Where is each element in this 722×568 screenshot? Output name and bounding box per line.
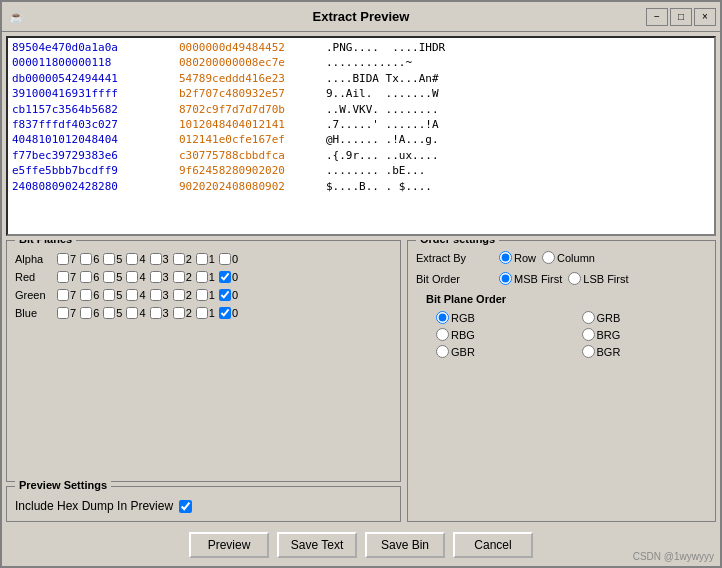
row-label: Row: [514, 252, 536, 264]
minimize-button[interactable]: −: [646, 8, 668, 26]
column-radio-item: Column: [542, 251, 595, 264]
bit-checkbox-red-4[interactable]: [126, 271, 138, 283]
bit-planes-group: Bit Planes Alpha76543210Red76543210Green…: [6, 240, 401, 482]
lsb-radio[interactable]: [568, 272, 581, 285]
bit-checkbox-red-2[interactable]: [173, 271, 185, 283]
bit-label-alpha-7: 7: [70, 253, 76, 265]
bit-cell-green-4: 4: [126, 289, 145, 301]
preview-col3: ........ .bE...: [326, 163, 425, 178]
bit-checkbox-blue-4[interactable]: [126, 307, 138, 319]
preview-col1: 2408080902428280: [12, 179, 167, 194]
bpo-radio-rbg[interactable]: [436, 328, 449, 341]
bit-cell-green-5: 5: [103, 289, 122, 301]
bit-checkbox-alpha-6[interactable]: [80, 253, 92, 265]
bit-plane-row: Alpha76543210: [15, 253, 392, 265]
bpo-item-gbr: GBR: [436, 345, 562, 358]
bit-checkbox-red-7[interactable]: [57, 271, 69, 283]
column-radio[interactable]: [542, 251, 555, 264]
bpo-label-brg: BRG: [597, 329, 621, 341]
bit-checkbox-alpha-3[interactable]: [150, 253, 162, 265]
bit-checkbox-alpha-0[interactable]: [219, 253, 231, 265]
bit-cell-blue-1: 1: [196, 307, 215, 319]
bit-cell-red-1: 1: [196, 271, 215, 283]
bit-checkbox-blue-1[interactable]: [196, 307, 208, 319]
app-icon: ☕: [6, 7, 26, 27]
bit-checkbox-green-0[interactable]: [219, 289, 231, 301]
include-hex-checkbox[interactable]: [179, 500, 192, 513]
bit-checkbox-blue-3[interactable]: [150, 307, 162, 319]
bit-checkbox-blue-0[interactable]: [219, 307, 231, 319]
bit-checkbox-green-3[interactable]: [150, 289, 162, 301]
bit-checkbox-green-2[interactable]: [173, 289, 185, 301]
bpo-label-rbg: RBG: [451, 329, 475, 341]
cancel-button[interactable]: Cancel: [453, 532, 533, 558]
preview-col2: 0000000d49484452: [179, 40, 314, 55]
watermark: CSDN @1wywyyy: [633, 551, 714, 562]
bit-cell-green-6: 6: [80, 289, 99, 301]
bpo-radio-brg[interactable]: [582, 328, 595, 341]
bpo-item-rgb: RGB: [436, 311, 562, 324]
bit-label-green-2: 2: [186, 289, 192, 301]
bit-checkbox-alpha-2[interactable]: [173, 253, 185, 265]
bit-cell-blue-6: 6: [80, 307, 99, 319]
bit-checkbox-red-6[interactable]: [80, 271, 92, 283]
bit-checkbox-blue-6[interactable]: [80, 307, 92, 319]
bit-checkbox-green-5[interactable]: [103, 289, 115, 301]
bit-checkbox-alpha-1[interactable]: [196, 253, 208, 265]
bit-checkbox-green-4[interactable]: [126, 289, 138, 301]
preview-area[interactable]: 89504e470d0a1a0a0000000d49484452.PNG....…: [6, 36, 716, 236]
bit-cell-alpha-4: 4: [126, 253, 145, 265]
preview-settings-group: Preview Settings Include Hex Dump In Pre…: [6, 486, 401, 522]
bit-label-blue-3: 3: [163, 307, 169, 319]
row-radio-item: Row: [499, 251, 536, 264]
bit-checkbox-blue-5[interactable]: [103, 307, 115, 319]
bit-label-red-0: 0: [232, 271, 238, 283]
preview-col2: 54789ceddd416e23: [179, 71, 314, 86]
bpo-radio-grb[interactable]: [582, 311, 595, 324]
msb-radio[interactable]: [499, 272, 512, 285]
preview-col2: 8702c9f7d7d7d70b: [179, 102, 314, 117]
bpo-item-bgr: BGR: [582, 345, 708, 358]
bit-checkbox-green-1[interactable]: [196, 289, 208, 301]
save-bin-button[interactable]: Save Bin: [365, 532, 445, 558]
preview-col2: 1012048404012141: [179, 117, 314, 132]
extract-by-radio-group: Row Column: [499, 251, 595, 264]
bpo-radio-gbr[interactable]: [436, 345, 449, 358]
bit-checkbox-green-6[interactable]: [80, 289, 92, 301]
bit-cell-blue-0: 0: [219, 307, 238, 319]
bit-checkbox-blue-2[interactable]: [173, 307, 185, 319]
bit-cell-green-1: 1: [196, 289, 215, 301]
bpo-radio-rgb[interactable]: [436, 311, 449, 324]
bit-row-label-green: Green: [15, 289, 55, 301]
bit-checkbox-green-7[interactable]: [57, 289, 69, 301]
bpo-label-rgb: RGB: [451, 312, 475, 324]
preview-row: 391000416931ffffb2f707c480932e579..Ail. …: [12, 86, 710, 101]
bit-cell-alpha-1: 1: [196, 253, 215, 265]
bpo-label-bgr: BGR: [597, 346, 621, 358]
preview-col2: 080200000008ec7e: [179, 55, 314, 70]
main-window: ☕ Extract Preview − □ × 89504e470d0a1a0a…: [0, 0, 722, 568]
bpo-item-brg: BRG: [582, 328, 708, 341]
maximize-button[interactable]: □: [670, 8, 692, 26]
preview-button[interactable]: Preview: [189, 532, 269, 558]
bit-checkbox-alpha-4[interactable]: [126, 253, 138, 265]
close-button[interactable]: ×: [694, 8, 716, 26]
title-bar-controls: − □ ×: [646, 8, 716, 26]
bit-checkbox-alpha-5[interactable]: [103, 253, 115, 265]
bpo-radio-bgr[interactable]: [582, 345, 595, 358]
bit-checkbox-red-5[interactable]: [103, 271, 115, 283]
bit-checkbox-alpha-7[interactable]: [57, 253, 69, 265]
bit-checkbox-red-0[interactable]: [219, 271, 231, 283]
preview-row: 24080809024282809020202408080902$....B..…: [12, 179, 710, 194]
left-panel: Bit Planes Alpha76543210Red76543210Green…: [6, 240, 401, 522]
bit-checkbox-blue-7[interactable]: [57, 307, 69, 319]
bit-label-blue-7: 7: [70, 307, 76, 319]
bit-checkbox-red-1[interactable]: [196, 271, 208, 283]
bit-cell-red-5: 5: [103, 271, 122, 283]
bpo-grid: RGBGRBRBGBRGGBRBGR: [436, 311, 707, 358]
row-radio[interactable]: [499, 251, 512, 264]
preview-col3: .PNG.... ....IHDR: [326, 40, 445, 55]
bit-checkbox-red-3[interactable]: [150, 271, 162, 283]
save-text-button[interactable]: Save Text: [277, 532, 357, 558]
preview-col1: 4048101012048404: [12, 132, 167, 147]
